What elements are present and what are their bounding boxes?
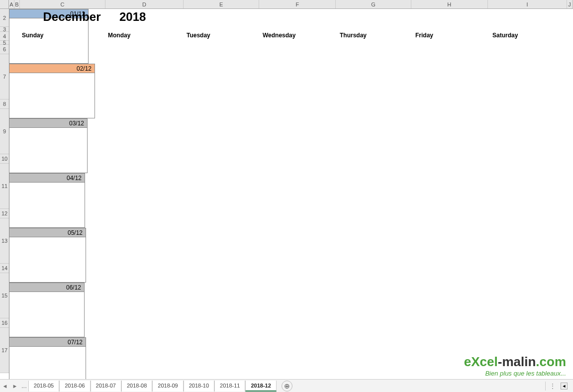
sheet-tab-2018-11[interactable]: 2018-11 bbox=[214, 381, 245, 392]
tab-overflow-ellipsis[interactable]: ... bbox=[20, 381, 28, 392]
row-header-7[interactable]: 7 bbox=[0, 54, 9, 99]
sheet-tab-2018-07[interactable]: 2018-07 bbox=[91, 381, 121, 392]
row-header-10[interactable]: 10 bbox=[0, 154, 9, 164]
row-header-16[interactable]: 16 bbox=[0, 318, 9, 328]
col-header-C[interactable]: C bbox=[20, 0, 105, 8]
horizontal-scrollbar[interactable]: ◄ bbox=[561, 383, 573, 390]
day-body-cell[interactable] bbox=[9, 237, 86, 283]
row-headers: 2 3 4 5 6 7 8 9 10 11 12 13 14 15 16 17 bbox=[0, 9, 9, 373]
date-cell[interactable]: 04/12 bbox=[9, 173, 85, 183]
sheet-tab-2018-05[interactable]: 2018-05 bbox=[28, 381, 59, 392]
col-header-E[interactable]: E bbox=[184, 0, 259, 8]
day-body-cell[interactable] bbox=[9, 292, 85, 337]
day-body-cell[interactable] bbox=[9, 73, 95, 118]
row-header-8[interactable]: 8 bbox=[0, 99, 9, 109]
date-cell[interactable]: 02/12 bbox=[9, 64, 95, 73]
sheet-tab-2018-09[interactable]: 2018-09 bbox=[152, 381, 183, 392]
row-header-12[interactable]: 12 bbox=[0, 209, 9, 218]
row-header-5[interactable]: 5 bbox=[0, 41, 9, 45]
day-header-monday: Monday bbox=[106, 32, 185, 41]
select-all-corner[interactable] bbox=[0, 0, 9, 8]
row-header-11[interactable]: 11 bbox=[0, 164, 9, 209]
tab-menu-icon[interactable]: ⋮ bbox=[550, 383, 557, 390]
col-header-A[interactable]: A bbox=[9, 0, 14, 8]
date-cell[interactable]: 03/12 bbox=[9, 118, 88, 128]
col-header-G[interactable]: G bbox=[336, 0, 411, 8]
worksheet-grid[interactable]: December 2018 SundayMondayTuesdayWednesd… bbox=[9, 9, 573, 379]
new-sheet-button[interactable]: ⊕ bbox=[282, 381, 292, 392]
date-cell[interactable]: 05/12 bbox=[9, 228, 86, 237]
date-cell[interactable]: 06/12 bbox=[9, 283, 85, 292]
day-header-sunday: Sunday bbox=[20, 32, 106, 41]
col-header-B[interactable]: B bbox=[14, 0, 20, 8]
day-header-thursday: Thursday bbox=[338, 32, 413, 41]
row-header-9[interactable]: 9 bbox=[0, 109, 9, 154]
row-header-6[interactable]: 6 bbox=[0, 45, 9, 54]
col-header-I[interactable]: I bbox=[488, 0, 567, 8]
row-header-13[interactable]: 13 bbox=[0, 218, 9, 264]
row-header-14[interactable]: 14 bbox=[0, 264, 9, 273]
col-header-H[interactable]: H bbox=[411, 0, 488, 8]
brand-watermark: eXcel-malin.com Bien plus que les tablea… bbox=[464, 354, 566, 377]
tab-scroll-separator bbox=[545, 382, 546, 391]
day-body-cell[interactable] bbox=[9, 183, 85, 228]
calendar-month-title: December bbox=[29, 10, 115, 24]
tab-nav-prev-icon[interactable]: ◄ bbox=[0, 381, 10, 391]
date-cell[interactable]: 07/12 bbox=[9, 337, 86, 347]
scroll-left-icon[interactable]: ◄ bbox=[561, 383, 568, 390]
sheet-tab-2018-08[interactable]: 2018-08 bbox=[121, 381, 152, 392]
col-header-F[interactable]: F bbox=[259, 0, 336, 8]
day-header-tuesday: Tuesday bbox=[185, 32, 261, 41]
sheet-tab-2018-10[interactable]: 2018-10 bbox=[184, 381, 214, 392]
day-header-saturday: Saturday bbox=[490, 32, 570, 41]
sheet-tab-2018-12[interactable]: 2018-12 bbox=[245, 381, 276, 392]
col-header-D[interactable]: D bbox=[105, 0, 184, 8]
day-body-cell[interactable] bbox=[9, 128, 88, 173]
calendar-year-title: 2018 bbox=[119, 10, 169, 24]
day-header-wednesday: Wednesday bbox=[261, 32, 338, 41]
row-header-15[interactable]: 15 bbox=[0, 273, 9, 318]
brand-line1: eXcel-malin.com bbox=[464, 354, 566, 370]
day-header-friday: Friday bbox=[413, 32, 490, 41]
tab-nav-next-icon[interactable]: ► bbox=[10, 381, 20, 391]
sheet-tab-2018-06[interactable]: 2018-06 bbox=[59, 381, 90, 392]
day-body-cell[interactable] bbox=[9, 18, 89, 64]
brand-tagline: Bien plus que les tableaux... bbox=[464, 370, 566, 377]
row-header-3[interactable]: 3 bbox=[0, 27, 9, 32]
row-header-2[interactable]: 2 bbox=[0, 9, 9, 27]
row-header-17[interactable]: 17 bbox=[0, 328, 9, 373]
sheet-tab-bar: ◄ ► ... 2018-052018-062018-072018-082018… bbox=[0, 379, 573, 392]
col-header-J[interactable]: J bbox=[567, 0, 573, 8]
